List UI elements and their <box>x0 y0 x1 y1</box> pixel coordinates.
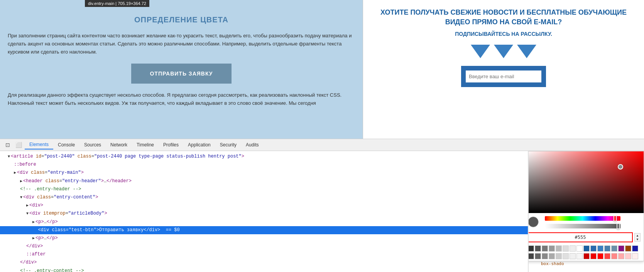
webpage-left-panel: div.entry-main | 705.19×364.72 ОПРЕДЕЛЕН… <box>0 0 363 139</box>
color-swatch[interactable] <box>570 245 576 252</box>
color-swatch[interactable] <box>618 245 624 252</box>
triangle-icon[interactable]: ▶ <box>20 179 22 183</box>
arrow-icon-1 <box>471 45 490 58</box>
arrow-icon-3 <box>517 45 536 58</box>
color-swatch[interactable] <box>625 253 631 259</box>
color-swatch[interactable] <box>528 253 534 259</box>
color-hex-row: ▲ ▼ <box>528 231 644 244</box>
color-swatch[interactable] <box>549 245 555 252</box>
tab-timeline[interactable]: Timeline <box>132 140 159 149</box>
color-swatch[interactable] <box>576 245 583 252</box>
tab-application[interactable]: Application <box>183 140 215 149</box>
color-swatch[interactable] <box>563 253 569 259</box>
color-preview-circle <box>528 217 539 227</box>
inspect-icon[interactable]: ⊡ <box>3 140 12 149</box>
color-swatch[interactable] <box>604 245 610 252</box>
triangle-icon[interactable]: ▶ <box>32 220 35 224</box>
dom-line[interactable]: <!-- .entry-content --> <box>0 267 528 272</box>
color-swatch[interactable] <box>632 253 638 259</box>
arrows-decoration <box>471 45 536 58</box>
dom-line[interactable]: ▼<article id="post-2440" class="post-244… <box>0 153 528 161</box>
color-swatch[interactable] <box>576 253 583 259</box>
color-swatch[interactable] <box>556 253 562 259</box>
dom-line[interactable]: ▼<div class="entry-content"> <box>0 193 528 201</box>
color-swatch[interactable] <box>549 253 555 259</box>
dom-line[interactable]: ▶<div> <box>0 201 528 210</box>
color-swatch[interactable] <box>535 253 541 259</box>
tab-console[interactable]: Console <box>53 140 79 149</box>
dom-line[interactable]: ▶<p>…</p> <box>0 218 528 226</box>
dom-panel[interactable]: ▼<article id="post-2440" class="post-244… <box>0 151 528 272</box>
color-swatch[interactable] <box>583 245 590 252</box>
style-property-boxshadow: box-shado <box>532 261 641 267</box>
tab-network[interactable]: Network <box>106 140 132 149</box>
tab-profiles[interactable]: Profiles <box>159 140 183 149</box>
devtools-tabs: Elements Console Sources Network Timelin… <box>25 140 263 149</box>
color-swatch[interactable] <box>583 253 590 259</box>
color-swatch[interactable] <box>597 253 603 259</box>
color-swatch[interactable] <box>563 245 569 252</box>
color-swatches-row2 <box>528 253 644 261</box>
alpha-thumb[interactable] <box>617 223 620 229</box>
color-swatch[interactable] <box>542 245 548 252</box>
color-swatch[interactable] <box>528 245 534 252</box>
triangle-icon[interactable]: ▼ <box>8 154 10 159</box>
news-title: ХОТИТЕ ПОЛУЧАТЬ СВЕЖИЕ НОВОСТИ И БЕСПЛАТ… <box>371 8 636 27</box>
color-swatch[interactable] <box>611 253 617 259</box>
color-swatch[interactable] <box>632 245 638 252</box>
color-swatches-row1 <box>528 244 644 253</box>
styles-panel: Styles Compu element.style { } .test-btn… <box>528 151 644 272</box>
dom-line[interactable]: ▶<p>…</p> <box>0 234 528 242</box>
hue-thumb[interactable] <box>614 215 617 222</box>
dom-line[interactable]: </div> <box>0 242 528 250</box>
color-swatch[interactable] <box>611 245 617 252</box>
color-swatch[interactable] <box>556 245 562 252</box>
webpage-right-panel: ХОТИТЕ ПОЛУЧАТЬ СВЕЖИЕ НОВОСТИ И БЕСПЛАТ… <box>363 0 644 139</box>
color-swatch[interactable] <box>535 245 541 252</box>
color-gradient-handle[interactable] <box>618 164 623 170</box>
bars-stack <box>542 214 641 230</box>
color-swatch[interactable] <box>590 245 597 252</box>
devtools-toolbar: ⊡ ⬜ Elements Console Sources Network Tim… <box>0 139 644 151</box>
triangle-icon[interactable]: ▶ <box>26 203 29 208</box>
dom-line[interactable]: </div> <box>0 259 528 267</box>
email-input-area <box>461 66 546 87</box>
email-input[interactable] <box>466 71 541 82</box>
color-gradient-area[interactable] <box>528 151 644 213</box>
color-swatch[interactable] <box>590 253 597 259</box>
color-hex-up[interactable]: ▲ <box>635 233 640 237</box>
color-swatch[interactable] <box>542 253 548 259</box>
dom-line[interactable]: <!-- .entry-header --> <box>0 185 528 193</box>
tab-sources[interactable]: Sources <box>79 140 106 149</box>
color-swatch[interactable] <box>597 245 603 252</box>
device-icon[interactable]: ⬜ <box>14 140 23 149</box>
tab-elements[interactable]: Elements <box>25 140 53 149</box>
color-picker: ▲ ▼ <box>528 151 644 261</box>
triangle-icon[interactable]: ▶ <box>14 171 16 175</box>
color-hue-bar[interactable] <box>545 216 620 221</box>
tab-audits[interactable]: Audits <box>241 140 263 149</box>
triangle-icon[interactable]: ▼ <box>20 195 22 200</box>
tab-security[interactable]: Security <box>215 140 241 149</box>
webpage-preview: div.entry-main | 705.19×364.72 ОПРЕДЕЛЕН… <box>0 0 644 139</box>
dom-line[interactable]: ▼<div itemprop="articleBody"> <box>0 210 528 218</box>
color-hex-spinners: ▲ ▼ <box>634 233 641 242</box>
subscribe-text: ПОДПИСЫВАЙТЕСЬ НА РАССЫЛКУ. <box>455 31 552 37</box>
dom-line[interactable]: ▶<header class="entry-header">…</header> <box>0 177 528 185</box>
dom-line[interactable]: ::after <box>0 250 528 259</box>
page-title: ОПРЕДЕЛЕНИЕ ЦВЕТА <box>8 15 355 24</box>
color-alpha-bar[interactable] <box>545 224 620 228</box>
color-swatch[interactable] <box>618 253 624 259</box>
color-swatch[interactable] <box>625 245 631 252</box>
color-hex-down[interactable]: ▼ <box>635 237 640 241</box>
color-swatch[interactable] <box>604 253 610 259</box>
triangle-icon[interactable]: ▶ <box>32 236 35 240</box>
dom-line[interactable]: ▶<div class="entry-main"> <box>0 169 528 177</box>
dom-line[interactable]: ::before <box>0 161 528 169</box>
triangle-icon[interactable]: ▼ <box>26 212 29 216</box>
arrow-icon-2 <box>494 45 513 58</box>
color-hex-input[interactable] <box>528 232 633 242</box>
dom-line-selected[interactable]: <div class="test-btn">Отправить заявку</… <box>0 226 528 234</box>
submit-button[interactable]: ОТПРАВИТЬ ЗАЯВКУ <box>131 64 232 84</box>
color-swatch[interactable] <box>570 253 576 259</box>
